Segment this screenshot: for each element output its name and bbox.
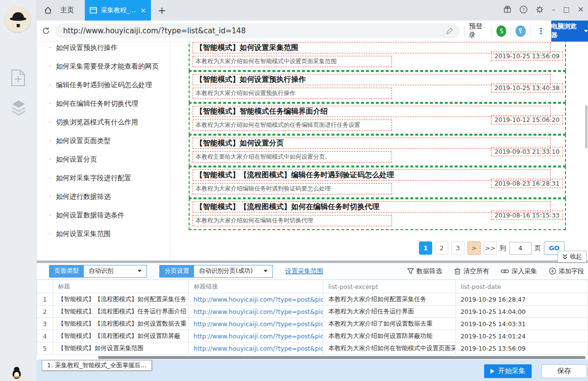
divider: [491, 26, 492, 35]
new-tab-button[interactable]: +: [151, 0, 173, 21]
close-window-button[interactable]: ×: [578, 5, 584, 13]
table-row[interactable]: 3 【智能模式】【流程图模式】如何设置数据去重 http://www.houyi…: [37, 318, 588, 330]
post-excerpt[interactable]: 本教程主要给大家介绍在智能模式中如何设置分页。: [193, 151, 392, 163]
post-item[interactable]: 【智能模式】【流程图模式】如何在编辑任务时切换代理 本教程为大家介绍如何在编辑任…: [189, 198, 566, 230]
task-list-layers-icon[interactable]: [10, 99, 27, 117]
column-header-date[interactable]: list-post-date: [456, 280, 588, 293]
post-date[interactable]: 2019-08-23 16:28:31: [491, 179, 563, 188]
cell-link: http://www.houyicaiji.com/?type=post&pid…: [189, 342, 323, 354]
filter-funnel-icon: [407, 268, 414, 275]
page-type-select[interactable]: 页面类型 自动识别: [49, 265, 147, 278]
key-login-icon[interactable]: [515, 25, 525, 37]
settings-gear-icon[interactable]: [536, 5, 544, 14]
browser-mode-button[interactable]: 电脑浏览器: [551, 21, 588, 42]
column-header-title[interactable]: 标题: [53, 280, 189, 293]
page-button-3[interactable]: 3: [451, 241, 465, 255]
post-excerpt[interactable]: 本教程为大家介绍如何在智能模式中设置页面采集范围: [193, 56, 392, 67]
collapse-panel-button[interactable]: 收起: [558, 251, 587, 262]
maximize-button[interactable]: □: [563, 6, 569, 13]
post-item[interactable]: 【智能模式】【流程图模式】编辑任务时遇到验证码怎么处理 本教程为大家介绍编辑任务…: [189, 167, 566, 198]
url-text: http://www.houyicaiji.com/?type=list&cat…: [63, 26, 446, 35]
cell-title: 【智能模式】如何设置采集范围: [53, 342, 189, 354]
post-excerpt[interactable]: 本教程为大家介绍如何在智能模式的任务编辑页面进行任务设置: [193, 119, 392, 131]
table-row[interactable]: 1 【智能模式】【流程图模式】如何配置采集任务 http://www.houyi…: [37, 293, 588, 306]
deep-collect-button[interactable]: 深入采集: [501, 267, 537, 276]
paging-select[interactable]: 分页设置 自动识别分页(成功): [159, 265, 273, 278]
sidebar-link[interactable]: 切换浏览器模式有什么作用: [49, 117, 172, 127]
column-header-link[interactable]: 标题链接: [189, 280, 323, 293]
last-page-button[interactable]: >>: [484, 241, 497, 255]
page-button-1[interactable]: 1: [419, 241, 432, 255]
post-date[interactable]: 2019-08-16 15:15:33: [491, 211, 563, 220]
footer-bar: 1. 采集教程_智能模式_全面掌握后... 开始采集 保存: [37, 359, 588, 381]
help-icon[interactable]: ?: [519, 5, 528, 14]
tab-home[interactable]: 主页: [37, 0, 85, 21]
divider: [464, 26, 465, 35]
page-button-2[interactable]: 2: [435, 241, 448, 255]
sidebar-link[interactable]: 如何采集需要登录才能查看的网页: [49, 61, 172, 71]
prelogin-button[interactable]: 预登录: [469, 22, 487, 40]
cell-date: 2019-10-25 13:56:09: [456, 342, 588, 354]
post-item[interactable]: 【智能模式】如何设置采集范围 本教程为大家介绍如何在智能模式中设置页面采集范围 …: [189, 42, 566, 71]
horizontal-scrollbar[interactable]: [98, 356, 586, 359]
sidebar-link[interactable]: 如何设置数据筛选条件: [49, 210, 172, 220]
next-page-button[interactable]: >: [467, 241, 481, 255]
sidebar-link[interactable]: 如何设置页面类型: [49, 136, 172, 146]
clear-all-button[interactable]: 清空所有: [454, 267, 489, 276]
sidebar-link[interactable]: 如何对采集字段进行配置: [49, 173, 172, 183]
table-header-row: 标题 标题链接 list-post-excerpt list-post-date: [37, 280, 588, 293]
tab-active[interactable]: 采集教程_... ×: [85, 0, 151, 21]
post-item[interactable]: 【智能模式】智能模式任务编辑界面介绍 本教程为大家介绍如何在智能模式的任务编辑页…: [189, 103, 566, 135]
row-number: 3: [37, 318, 53, 330]
data-filter-button[interactable]: 数据筛选: [407, 267, 442, 276]
paging-value: 自动识别分页(成功): [199, 267, 253, 275]
sidebar-link[interactable]: 如何设置预执行操作: [49, 43, 172, 53]
edit-pencil-icon[interactable]: [446, 27, 454, 35]
sidebar-link[interactable]: 如何在编辑任务时切换代理: [49, 98, 172, 109]
data-filter-label: 数据筛选: [416, 267, 442, 276]
post-date[interactable]: 2019-09-03 21:33:10: [491, 147, 563, 156]
post-date[interactable]: 2019-10-12 15:06:20: [491, 115, 563, 124]
table-row[interactable]: 2 【智能模式】【流程图模式】任务运行界面介绍 http://www.houyi…: [37, 306, 588, 318]
post-list: 【智能模式】如何设置采集范围 本教程为大家介绍如何在智能模式中设置页面采集范围 …: [189, 42, 566, 230]
set-collect-range-link[interactable]: 设置采集范围: [285, 267, 323, 276]
url-input[interactable]: http://www.houyicaiji.com/?type=list&cat…: [55, 24, 460, 38]
page-number-input[interactable]: [509, 242, 532, 255]
save-button[interactable]: 保存: [541, 364, 587, 378]
post-item[interactable]: 【智能模式】如何设置预执行操作 本教程为大家介绍如何设置预执行操作 2019-1…: [189, 71, 566, 103]
post-item[interactable]: 【智能模式】如何设置分页 本教程主要给大家介绍在智能模式中如何设置分页。 201…: [189, 135, 566, 167]
sidebar-link[interactable]: 如何进行数据筛选: [49, 191, 172, 202]
cell-date: 2019-10-29 16:28:47: [456, 293, 588, 305]
row-number: 1: [37, 293, 53, 305]
column-header-excerpt[interactable]: list-post-excerpt: [323, 280, 456, 293]
task-tab[interactable]: 1. 采集教程_智能模式_全面掌握后...: [42, 360, 152, 371]
more-menu-icon[interactable]: ⋮: [535, 26, 547, 36]
add-field-button[interactable]: 添加字段: [549, 267, 584, 276]
anti-block-icon[interactable]: [496, 25, 506, 37]
sidebar-link[interactable]: 如何设置分页: [49, 154, 172, 165]
new-task-icon[interactable]: [10, 69, 27, 87]
tab-bar: 主页 采集教程_... × +: [37, 0, 588, 21]
start-collect-button[interactable]: 开始采集: [484, 364, 532, 378]
deep-collect-label: 深入采集: [512, 267, 537, 276]
tab-close-icon[interactable]: ×: [140, 7, 146, 14]
table-row[interactable]: 5 【智能模式】如何设置采集范围 http://www.houyicaiji.c…: [37, 342, 588, 355]
sidebar-link[interactable]: 编辑任务时遇到验证码怎么处理: [49, 80, 172, 90]
page-type-label: 页面类型: [49, 265, 84, 277]
avatar[interactable]: [5, 6, 31, 32]
gift-icon[interactable]: [503, 5, 512, 14]
post-excerpt[interactable]: 本教程为大家介绍如何在编辑任务时切换代理: [193, 215, 392, 226]
post-excerpt[interactable]: 本教程为大家介绍编辑任务时遇到验证码要怎么处理: [193, 183, 392, 194]
post-date[interactable]: 2019-10-25 13:40:38: [491, 83, 563, 93]
refresh-icon[interactable]: [42, 26, 50, 36]
sidebar-link[interactable]: 如何设置采集范围: [49, 229, 172, 239]
minimize-button[interactable]: –: [552, 6, 555, 13]
post-date[interactable]: 2019-10-25 13:56:09: [491, 51, 563, 61]
table-row[interactable]: 4 【智能模式】【流程图模式】如何设置防屏蔽 http://www.houyic…: [37, 330, 588, 342]
data-preview-table: 标题 标题链接 list-post-excerpt list-post-date…: [37, 280, 588, 355]
vertical-scrollbar[interactable]: [585, 105, 588, 148]
cell-date: 2019-10-25 14:01:24: [456, 330, 588, 342]
cell-date: 2019-10-25 14:03:31: [456, 318, 588, 330]
qq-penguin-icon[interactable]: [11, 366, 22, 379]
post-excerpt[interactable]: 本教程为大家介绍如何设置预执行操作: [193, 88, 392, 99]
